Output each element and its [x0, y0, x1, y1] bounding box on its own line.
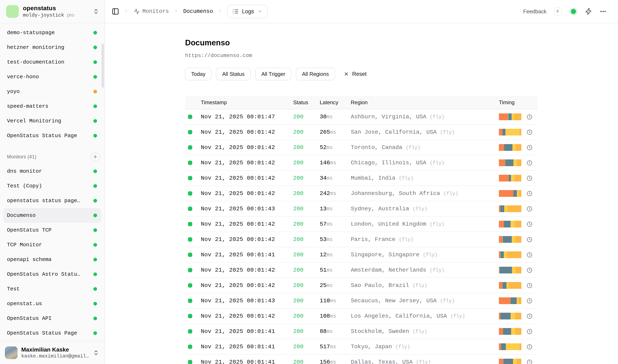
feedback-link[interactable]: Feedback [523, 8, 546, 15]
user-menu[interactable]: Maximilian Kaske kaske.maximilian@gmail… [0, 341, 104, 364]
table-row[interactable]: Nov 21, 2025 00:01:4220025msSao Paulo, B… [185, 278, 538, 293]
filter-trigger-button[interactable]: All Trigger [255, 68, 291, 80]
sidebar-item-openstatus-status-page[interactable]: openstatus status page… [3, 193, 101, 208]
table-row[interactable]: Nov 21, 2025 00:01:41200517msTokyo, Japa… [185, 339, 538, 355]
table-row[interactable]: Nov 21, 2025 00:01:4320013msSydney, Aust… [185, 201, 538, 217]
clock-icon[interactable] [527, 236, 533, 243]
sidebar-item-test-copy[interactable]: Test (Copy) [3, 179, 101, 193]
column-header-region[interactable]: Region [351, 99, 499, 106]
table-row[interactable]: Nov 21, 2025 00:01:4220052msToronto, Can… [185, 140, 538, 155]
table-row[interactable]: Nov 21, 2025 00:01:42200146msChicago, Il… [185, 155, 538, 171]
table-row[interactable]: Nov 21, 2025 00:01:42200242msJohannesbur… [185, 186, 538, 201]
table-row[interactable]: Nov 21, 2025 00:01:4720030msAshburn, Vir… [185, 109, 538, 125]
statuspage-item-label: test-documentation [7, 59, 64, 65]
timing-segment-dns [499, 236, 502, 243]
latency-unit: ms [327, 252, 333, 258]
sidebar-item-speed-matters[interactable]: speed-matters [3, 99, 101, 114]
filter-regions-button[interactable]: All Regions [296, 68, 335, 80]
clock-icon[interactable] [527, 328, 533, 335]
cell-status-code: 200 [293, 190, 320, 197]
sidebar-item-hetzner-monitoring[interactable]: hetzner monitoring [3, 40, 101, 55]
clock-icon[interactable] [527, 175, 533, 181]
clock-icon[interactable] [527, 114, 533, 120]
clock-icon[interactable] [527, 283, 533, 289]
cell-region: Singapore, Singapore (fly) [351, 252, 499, 258]
table-row[interactable]: Nov 21, 2025 00:01:4220034msMumbai, Indi… [185, 171, 538, 186]
sidebar-item-openstatus-api[interactable]: OpenStatus API [3, 311, 101, 326]
clock-icon[interactable] [527, 191, 533, 197]
timing-segment-transfer [515, 221, 521, 227]
latency-unit: ms [327, 114, 333, 120]
workspace-switcher[interactable]: openstatus moldy-joystick pro [0, 0, 104, 23]
sidebar-item-openstatus-astro-statu[interactable]: OpenStatus Astro Statu… [3, 267, 101, 282]
clock-icon[interactable] [527, 206, 533, 212]
sidebar-item-openapi-schema[interactable]: openapi schema [3, 252, 101, 267]
clock-icon[interactable] [527, 344, 533, 350]
chevron-right-icon [217, 8, 223, 14]
zap-icon[interactable] [585, 8, 592, 15]
breadcrumb-monitor-name[interactable]: Documenso [183, 8, 213, 14]
breadcrumb-monitors[interactable]: Monitors [133, 8, 169, 15]
column-header-timestamp[interactable]: Timestamp [201, 99, 293, 106]
sidebar-item-test-documentation[interactable]: test-documentation [3, 55, 101, 69]
clock-icon[interactable] [527, 359, 533, 364]
table-row[interactable]: Nov 21, 2025 00:01:4220053msParis, Franc… [185, 232, 538, 247]
status-pulse-dot[interactable] [571, 9, 576, 14]
reset-filters-button[interactable]: Reset [340, 68, 371, 80]
sidebar-item-openstatus-tcp[interactable]: OpenStatus TCP [3, 223, 101, 237]
close-icon [344, 71, 349, 77]
sidebar-item-tcp-monitor[interactable]: TCP Monitor [3, 237, 101, 252]
clock-icon[interactable] [527, 221, 533, 227]
filter-status-button[interactable]: All Status [216, 68, 251, 80]
table-row[interactable]: Nov 21, 2025 00:01:42200108msLos Angeles… [185, 309, 538, 324]
sidebar-item-verce-hono[interactable]: verce-hono [3, 69, 101, 84]
clock-icon[interactable] [527, 252, 533, 258]
column-header-timing[interactable]: Timing [499, 99, 521, 106]
cell-status-code: 200 [293, 282, 320, 289]
timing-phases-bar [499, 313, 521, 319]
table-header-row: Timestamp Status Latency Region Timing [185, 96, 538, 109]
timing-segment-transfer [515, 328, 521, 335]
sidebar-item-dns-monitor[interactable]: dns monitor [3, 164, 101, 179]
add-monitor-button[interactable] [90, 152, 100, 161]
more-menu-button[interactable] [600, 8, 606, 15]
column-header-latency[interactable]: Latency [320, 99, 351, 106]
sidebar-scrollbar-thumb[interactable] [102, 44, 104, 88]
clock-icon[interactable] [527, 298, 533, 304]
table-row[interactable]: Nov 21, 2025 00:01:4220051msAmsterdam, N… [185, 263, 538, 278]
sidebar-item-yoyo[interactable]: yoyo [3, 84, 101, 99]
timing-segment-transfer [515, 236, 521, 243]
user-meta: Maximilian Kaske kaske.maximilian@gmail… [21, 346, 89, 359]
chevron-right-icon [124, 8, 129, 14]
cell-status-code: 200 [293, 328, 320, 335]
table-row[interactable]: Nov 21, 2025 00:01:4220057msLondon, Unit… [185, 217, 538, 232]
success-status-square-icon [188, 222, 192, 226]
sidebar-item-openstatus-status-page[interactable]: OpenStatus Status Page [3, 128, 101, 143]
timing-segment-dns [499, 190, 513, 197]
column-header-status[interactable]: Status [293, 99, 320, 106]
clock-icon[interactable] [527, 160, 533, 166]
clock-icon[interactable] [527, 267, 533, 273]
table-row[interactable]: Nov 21, 2025 00:01:42200265msSan Jose, C… [185, 125, 538, 140]
clock-icon[interactable] [527, 129, 533, 135]
cell-timestamp: Nov 21, 2025 00:01:42 [201, 267, 293, 273]
region-provider: (fly) [430, 114, 444, 120]
sidebar-item-openstat-us[interactable]: openstat.us [3, 296, 101, 311]
timing-segment-dns [499, 113, 508, 120]
success-status-square-icon [188, 345, 192, 349]
clock-icon[interactable] [527, 313, 533, 319]
sidebar-item-documenso[interactable]: Documenso [3, 208, 101, 223]
sidebar-item-demo-statuspage[interactable]: demo-statuspage [3, 25, 101, 40]
table-row[interactable]: Nov 21, 2025 00:01:41200156msDallas, Tex… [185, 355, 538, 364]
sidebar-item-vercel-monitoring[interactable]: Vercel Monitoring [3, 114, 101, 128]
clock-icon[interactable] [527, 144, 533, 151]
table-row[interactable]: Nov 21, 2025 00:01:43200110msSecaucus, N… [185, 293, 538, 309]
sidebar-item-openstatus-status-page[interactable]: OpenStatus Status Page [3, 326, 101, 340]
view-switcher-logs-button[interactable]: Logs [227, 5, 268, 18]
sidebar-item-test[interactable]: Test [3, 282, 101, 296]
filter-date-button[interactable]: Today [185, 68, 211, 80]
sidebar-toggle-button[interactable] [112, 8, 119, 15]
table-row[interactable]: Nov 21, 2025 00:01:4120088msStockholm, S… [185, 324, 538, 339]
timing-segment-tls [501, 251, 504, 258]
table-row[interactable]: Nov 21, 2025 00:01:4120012msSingapore, S… [185, 247, 538, 263]
